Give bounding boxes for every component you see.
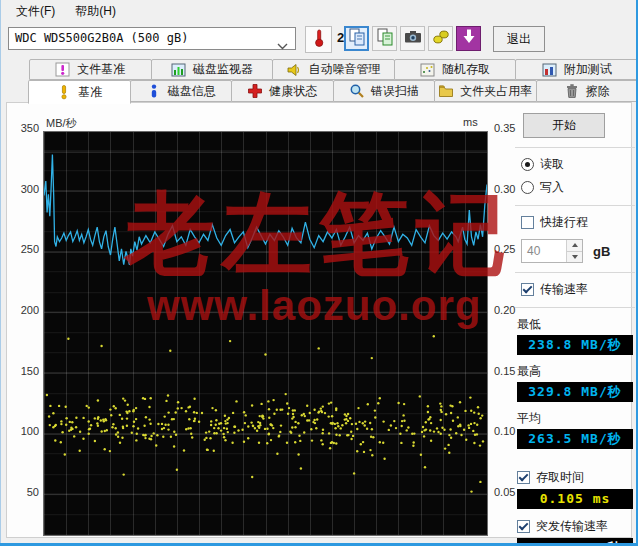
short-stroke-unit-label: gB (593, 244, 610, 259)
divider (515, 205, 635, 206)
info-icon (146, 83, 162, 99)
read-radio-row[interactable]: 读取 (521, 156, 637, 173)
menubar: 文件(F) 帮助(H) (0, 0, 638, 22)
magnifier-icon (349, 83, 365, 99)
short-stroke-size-row: 40 gB (521, 239, 637, 263)
divider (515, 307, 635, 308)
tab-erase[interactable]: 擦除 (536, 80, 638, 102)
tab-label: 随机存取 (442, 61, 490, 78)
burst-rate-label: 突发传输速率 (536, 518, 608, 535)
short-stroke-size-value[interactable]: 40 (522, 240, 566, 262)
max-value-display: 329.8 MB/秒 (517, 382, 633, 402)
trash-icon (564, 83, 580, 99)
yellow-rings-icon (431, 27, 451, 51)
save-screenshot-file-button[interactable] (372, 26, 397, 51)
compare-button[interactable] (428, 26, 453, 51)
short-stroke-label: 快捷行程 (540, 214, 588, 231)
copy-pages-icon (347, 27, 367, 51)
left-axis-tick: 300 (12, 183, 39, 195)
down-arrow-icon (572, 255, 578, 259)
read-radio[interactable] (521, 158, 534, 171)
write-radio-row[interactable]: 写入 (521, 179, 637, 196)
red-cross-icon (247, 83, 263, 99)
left-axis-tick: 200 (12, 304, 39, 316)
chevron-down-icon (277, 36, 288, 57)
up-arrow-icon (572, 243, 578, 247)
tab-disk-monitor[interactable]: 磁盘监视器 (151, 59, 274, 80)
exit-button[interactable]: 退出 (493, 26, 545, 52)
left-axis-tick: 100 (12, 425, 39, 437)
thermometer-icon (309, 28, 329, 52)
min-value-display: 238.8 MB/秒 (517, 335, 633, 355)
tab-file-benchmark[interactable]: 文件基准 (29, 59, 152, 80)
access-time-checkbox[interactable] (517, 471, 530, 484)
extra-tests-chart-icon (542, 62, 558, 78)
folder-icon (438, 83, 454, 99)
tab-row-bottom: 基准 磁盘信息 健康状态 错误扫描 文件夹占用率 (28, 80, 637, 102)
tab-label: 错误扫描 (371, 83, 419, 100)
start-button[interactable]: 开始 (523, 113, 605, 138)
max-label: 最高 (517, 363, 637, 380)
toolbar: WDC WDS500G2B0A (500 gB) 25℃ (0, 22, 638, 58)
left-axis-unit-label: MB/秒 (46, 116, 77, 131)
avg-label: 平均 (517, 410, 637, 427)
bar-chart-icon (171, 62, 187, 78)
tab-error-scan[interactable]: 错误扫描 (333, 80, 436, 102)
spinner-down-button[interactable] (567, 251, 582, 263)
tab-random-access[interactable]: 随机存取 (394, 59, 517, 80)
copy-pages-green-icon (375, 27, 395, 51)
benchmark-plot-svg (44, 132, 487, 535)
min-label: 最低 (517, 316, 637, 333)
hdtune-window: 文件(F) 帮助(H) WDC WDS500G2B0A (500 gB) 25℃ (0, 0, 638, 546)
scatter-plot-icon (420, 62, 436, 78)
window-border-left (0, 0, 1, 546)
access-time-row[interactable]: 存取时间 (517, 469, 637, 486)
short-stroke-row[interactable]: 快捷行程 (521, 214, 637, 231)
access-time-label: 存取时间 (536, 469, 584, 486)
write-radio-label: 写入 (540, 179, 564, 196)
tab-row-top: 文件基准 磁盘监视器 自动噪音管理 随机存取 附加测试 (29, 59, 637, 80)
tab-label: 擦除 (586, 83, 610, 100)
speaker-icon (286, 62, 302, 78)
download-button[interactable] (456, 26, 481, 51)
tab-label: 磁盘信息 (168, 83, 216, 100)
menu-help[interactable]: 帮助(H) (67, 1, 124, 22)
control-panel: 开始 读取 写入 快捷行程 40 (513, 109, 637, 546)
tab-benchmark[interactable]: 基准 (28, 80, 131, 104)
right-axis-unit-label: ms (463, 116, 478, 128)
drive-select-value: WDC WDS500G2B0A (500 gB) (15, 31, 188, 45)
spacer (513, 449, 637, 463)
tab-automatic-acoustic-management[interactable]: 自动噪音管理 (272, 59, 395, 80)
transfer-rate-checkbox[interactable] (521, 283, 534, 296)
tab-folder-usage[interactable]: 文件夹占用率 (434, 80, 537, 102)
spinner-up-button[interactable] (567, 240, 582, 251)
short-stroke-size-spinner[interactable]: 40 (521, 239, 583, 263)
drive-select-dropdown[interactable]: WDC WDS500G2B0A (500 gB) (8, 27, 296, 50)
down-arrow-icon (459, 27, 479, 51)
copy-screenshot-clipboard-button[interactable] (344, 26, 369, 51)
menu-file[interactable]: 文件(F) (8, 1, 63, 22)
burst-rate-row[interactable]: 突发传输速率 (517, 518, 637, 535)
benchmark-plot (43, 131, 488, 536)
tab-label: 基准 (78, 84, 102, 101)
avg-value-display: 263.5 MB/秒 (517, 429, 633, 449)
short-stroke-checkbox[interactable] (521, 216, 534, 229)
burst-rate-checkbox[interactable] (517, 520, 530, 533)
tab-label: 文件基准 (77, 61, 125, 78)
benchmark-pane: MB/秒 ms 老左笔记 www.laozuo.org 350300250200… (6, 102, 632, 538)
file-benchmark-icon (55, 62, 71, 78)
write-radio[interactable] (521, 181, 534, 194)
transfer-rate-row[interactable]: 传输速率 (521, 281, 637, 298)
left-axis-tick: 350 (12, 122, 39, 134)
tab-extra-tests[interactable]: 附加测试 (515, 59, 638, 80)
tab-label: 磁盘监视器 (193, 61, 253, 78)
tab-health[interactable]: 健康状态 (231, 80, 334, 102)
divider (515, 147, 635, 148)
tab-disk-info[interactable]: 磁盘信息 (130, 80, 233, 102)
tab-label: 附加测试 (564, 61, 612, 78)
temperature-button[interactable] (305, 26, 332, 53)
screenshot-camera-button[interactable] (400, 26, 425, 51)
left-axis-tick: 150 (12, 365, 39, 377)
tab-label: 自动噪音管理 (308, 61, 380, 78)
tab-label: 文件夹占用率 (460, 83, 532, 100)
